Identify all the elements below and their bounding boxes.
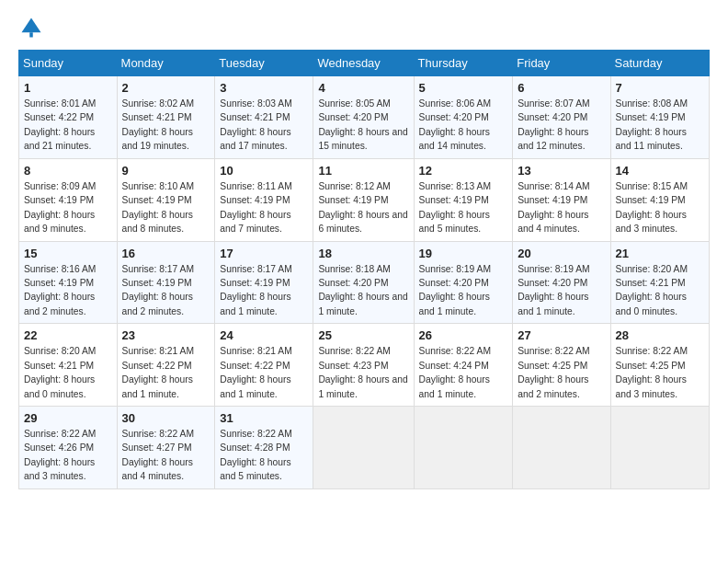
day-number: 16	[122, 247, 210, 260]
calendar-cell: 7 Sunrise: 8:08 AM Sunset: 4:19 PM Dayli…	[610, 76, 709, 159]
sunset-label: Sunset: 4:20 PM	[318, 278, 388, 288]
sunrise-label: Sunrise: 8:17 AM	[220, 264, 291, 274]
day-number: 18	[318, 247, 408, 260]
week-row-0: 1 Sunrise: 8:01 AM Sunset: 4:22 PM Dayli…	[19, 76, 710, 159]
header	[18, 15, 710, 40]
day-number: 30	[122, 411, 210, 425]
sunset-label: Sunset: 4:25 PM	[616, 361, 686, 371]
sunrise-label: Sunrise: 8:10 AM	[122, 181, 194, 191]
day-number: 21	[616, 247, 704, 260]
calendar-cell	[414, 407, 513, 489]
day-info: Sunrise: 8:06 AM Sunset: 4:20 PM Dayligh…	[419, 97, 508, 154]
page: SundayMondayTuesdayWednesdayThursdayFrid…	[0, 0, 728, 563]
day-info: Sunrise: 8:11 AM Sunset: 4:19 PM Dayligh…	[220, 179, 308, 236]
sunrise-label: Sunrise: 8:19 AM	[419, 264, 491, 274]
sunrise-label: Sunrise: 8:22 AM	[616, 346, 688, 356]
calendar-cell: 22 Sunrise: 8:20 AM Sunset: 4:21 PM Dayl…	[19, 324, 118, 407]
calendar-cell: 21 Sunrise: 8:20 AM Sunset: 4:21 PM Dayl…	[610, 241, 709, 324]
day-number: 5	[419, 81, 508, 95]
daylight-label: Daylight: 8 hours and 1 minute.	[318, 374, 407, 398]
calendar-cell: 11 Sunrise: 8:12 AM Sunset: 4:19 PM Dayl…	[313, 158, 414, 241]
day-number: 24	[220, 328, 308, 342]
daylight-label: Daylight: 8 hours and 5 minutes.	[419, 210, 490, 234]
calendar-cell: 13 Sunrise: 8:14 AM Sunset: 4:19 PM Dayl…	[513, 158, 610, 241]
daylight-label: Daylight: 8 hours and 17 minutes.	[220, 127, 290, 151]
day-info: Sunrise: 8:15 AM Sunset: 4:19 PM Dayligh…	[616, 179, 704, 236]
daylight-label: Daylight: 8 hours and 9 minutes.	[24, 210, 95, 234]
sunrise-label: Sunrise: 8:01 AM	[24, 98, 96, 109]
daylight-label: Daylight: 8 hours and 5 minutes.	[220, 457, 290, 481]
sunset-label: Sunset: 4:20 PM	[419, 278, 489, 288]
day-number: 17	[220, 247, 308, 260]
calendar-cell: 17 Sunrise: 8:17 AM Sunset: 4:19 PM Dayl…	[215, 241, 313, 324]
weekday-header-saturday: Saturday	[610, 51, 709, 76]
sunrise-label: Sunrise: 8:13 AM	[419, 181, 491, 191]
day-number: 31	[220, 411, 308, 425]
day-number: 19	[419, 247, 508, 260]
sunset-label: Sunset: 4:19 PM	[24, 278, 94, 288]
logo-icon	[18, 15, 44, 40]
calendar-cell: 15 Sunrise: 8:16 AM Sunset: 4:19 PM Dayl…	[19, 241, 118, 324]
day-info: Sunrise: 8:21 AM Sunset: 4:22 PM Dayligh…	[122, 344, 210, 401]
sunset-label: Sunset: 4:26 PM	[24, 442, 94, 453]
weekday-header-sunday: Sunday	[19, 51, 118, 76]
sunrise-label: Sunrise: 8:22 AM	[122, 429, 194, 439]
sunset-label: Sunset: 4:21 PM	[122, 112, 192, 122]
sunset-label: Sunset: 4:24 PM	[419, 361, 489, 371]
sunset-label: Sunset: 4:20 PM	[419, 112, 489, 122]
sunrise-label: Sunrise: 8:08 AM	[616, 98, 688, 109]
daylight-label: Daylight: 8 hours and 15 minutes.	[318, 127, 407, 151]
daylight-label: Daylight: 8 hours and 2 minutes.	[122, 292, 193, 316]
calendar-cell: 16 Sunrise: 8:17 AM Sunset: 4:19 PM Dayl…	[117, 241, 215, 324]
calendar-cell: 30 Sunrise: 8:22 AM Sunset: 4:27 PM Dayl…	[117, 407, 215, 489]
svg-marker-0	[22, 18, 41, 33]
calendar-table: SundayMondayTuesdayWednesdayThursdayFrid…	[18, 50, 710, 489]
sunrise-label: Sunrise: 8:22 AM	[220, 429, 291, 439]
calendar-cell: 9 Sunrise: 8:10 AM Sunset: 4:19 PM Dayli…	[117, 158, 215, 241]
day-number: 7	[616, 81, 704, 95]
daylight-label: Daylight: 8 hours and 8 minutes.	[122, 210, 193, 234]
sunrise-label: Sunrise: 8:16 AM	[24, 264, 96, 274]
daylight-label: Daylight: 8 hours and 14 minutes.	[419, 127, 490, 151]
sunset-label: Sunset: 4:28 PM	[220, 442, 290, 453]
calendar-cell: 8 Sunrise: 8:09 AM Sunset: 4:19 PM Dayli…	[19, 158, 118, 241]
sunset-label: Sunset: 4:21 PM	[616, 278, 686, 288]
day-number: 2	[122, 81, 210, 95]
sunrise-label: Sunrise: 8:09 AM	[24, 181, 96, 191]
calendar-cell	[313, 407, 414, 489]
calendar-cell: 1 Sunrise: 8:01 AM Sunset: 4:22 PM Dayli…	[19, 76, 118, 159]
sunrise-label: Sunrise: 8:20 AM	[24, 346, 96, 356]
day-info: Sunrise: 8:22 AM Sunset: 4:28 PM Dayligh…	[220, 427, 308, 484]
sunset-label: Sunset: 4:20 PM	[318, 112, 388, 122]
calendar-cell	[610, 407, 709, 489]
daylight-label: Daylight: 8 hours and 11 minutes.	[616, 127, 687, 151]
day-info: Sunrise: 8:14 AM Sunset: 4:19 PM Dayligh…	[518, 179, 605, 236]
day-info: Sunrise: 8:05 AM Sunset: 4:20 PM Dayligh…	[318, 97, 408, 154]
sunset-label: Sunset: 4:19 PM	[518, 195, 587, 205]
daylight-label: Daylight: 8 hours and 3 minutes.	[616, 374, 687, 398]
daylight-label: Daylight: 8 hours and 1 minute.	[220, 374, 290, 398]
calendar-cell: 2 Sunrise: 8:02 AM Sunset: 4:21 PM Dayli…	[117, 76, 215, 159]
sunrise-label: Sunrise: 8:02 AM	[122, 98, 194, 109]
sunset-label: Sunset: 4:19 PM	[616, 195, 686, 205]
weekday-header-thursday: Thursday	[414, 51, 513, 76]
calendar-cell: 27 Sunrise: 8:22 AM Sunset: 4:25 PM Dayl…	[513, 324, 610, 407]
day-info: Sunrise: 8:17 AM Sunset: 4:19 PM Dayligh…	[122, 262, 210, 319]
sunrise-label: Sunrise: 8:21 AM	[220, 346, 291, 356]
day-number: 27	[518, 328, 605, 342]
sunset-label: Sunset: 4:19 PM	[24, 195, 94, 205]
sunrise-label: Sunrise: 8:03 AM	[220, 98, 291, 109]
calendar-cell: 5 Sunrise: 8:06 AM Sunset: 4:20 PM Dayli…	[414, 76, 513, 159]
daylight-label: Daylight: 8 hours and 1 minute.	[122, 374, 193, 398]
daylight-label: Daylight: 8 hours and 1 minute.	[419, 292, 490, 316]
daylight-label: Daylight: 8 hours and 3 minutes.	[616, 210, 687, 234]
daylight-label: Daylight: 8 hours and 4 minutes.	[122, 457, 193, 481]
day-info: Sunrise: 8:22 AM Sunset: 4:25 PM Dayligh…	[518, 344, 605, 401]
sunset-label: Sunset: 4:27 PM	[122, 442, 192, 453]
sunset-label: Sunset: 4:19 PM	[419, 195, 489, 205]
sunrise-label: Sunrise: 8:22 AM	[419, 346, 491, 356]
day-info: Sunrise: 8:22 AM Sunset: 4:25 PM Dayligh…	[616, 344, 704, 401]
sunset-label: Sunset: 4:22 PM	[24, 112, 94, 122]
day-info: Sunrise: 8:01 AM Sunset: 4:22 PM Dayligh…	[24, 97, 112, 154]
day-info: Sunrise: 8:13 AM Sunset: 4:19 PM Dayligh…	[419, 179, 508, 236]
